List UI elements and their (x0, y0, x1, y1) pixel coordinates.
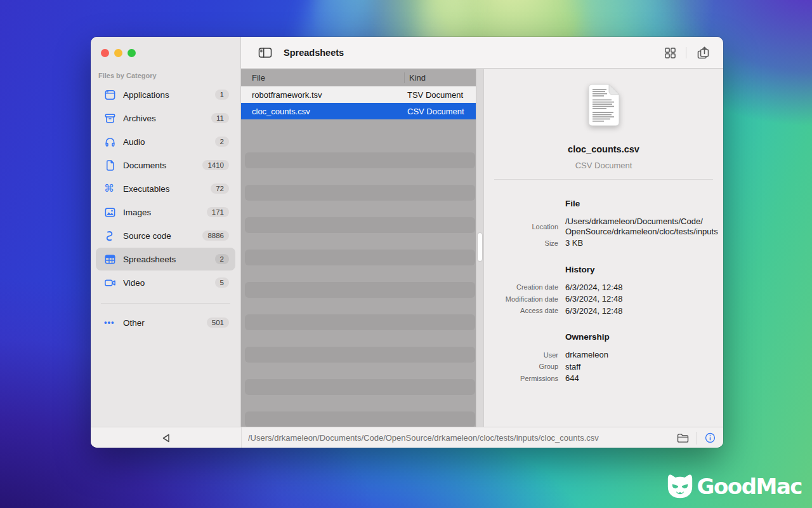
count-badge: 2 (215, 137, 229, 147)
file-kind-cell: TSV Document (407, 90, 463, 100)
csv-document-icon (586, 83, 622, 128)
sidebar-item-label: Source code (123, 231, 202, 241)
window-controls (91, 37, 240, 57)
sidebar-item-label: Executables (123, 184, 211, 194)
close-window-button[interactable] (101, 49, 109, 57)
sidebar-item-applications[interactable]: Applications 1 (96, 83, 235, 106)
sidebar-item-label: Other (123, 318, 207, 328)
detail-row-user: User drkameleon (494, 350, 713, 360)
sidebar-item-archives[interactable]: Archives 11 (96, 107, 235, 130)
status-bar-divider (697, 432, 697, 444)
file-list-header[interactable]: File Kind (241, 69, 483, 86)
empty-row (241, 265, 476, 282)
detail-label: Size (494, 239, 558, 247)
detail-value: 6/3/2024, 12:48 (565, 283, 622, 293)
column-header-file[interactable]: File (241, 73, 265, 83)
sidebar-item-label: Archives (123, 114, 211, 123)
details-divider (494, 179, 713, 180)
file-row-selected[interactable]: cloc_counts.csv CSV Document (241, 103, 476, 119)
count-badge: 1 (215, 90, 229, 100)
count-badge: 1410 (202, 160, 229, 170)
empty-row (241, 330, 476, 347)
sidebar-item-source-code[interactable]: Source code 8886 (96, 224, 235, 247)
detail-label: User (494, 351, 558, 359)
count-badge: 72 (211, 184, 229, 194)
sidebar-item-audio[interactable]: Audio 2 (96, 130, 235, 153)
empty-row (245, 217, 475, 234)
count-badge: 171 (207, 207, 229, 217)
file-name-cell: robotframework.tsv (241, 90, 322, 100)
sidebar-item-executables[interactable]: ⌘ Executables 72 (96, 177, 235, 200)
window-title: Spreadsheets (284, 48, 344, 58)
empty-row (241, 363, 476, 379)
detail-value: 644 (565, 373, 579, 384)
detail-label: Access date (494, 307, 558, 314)
selected-file-name: cloc_counts.csv (484, 144, 723, 154)
empty-row (241, 136, 476, 152)
selected-file-kind: CSV Document (484, 161, 723, 170)
detail-row-access-date: Access date 6/3/2024, 12:48 (494, 306, 713, 316)
sidebar-section-header: Files by Category (98, 72, 240, 79)
detail-value: staff (565, 362, 580, 372)
share-button[interactable] (695, 45, 710, 60)
sidebar-item-spreadsheets[interactable]: Spreadsheets 2 (96, 248, 235, 271)
info-button[interactable] (705, 432, 716, 443)
ellipsis-icon: ••• (104, 316, 118, 329)
sidebar-item-label: Applications (123, 90, 215, 100)
video-camera-icon (104, 276, 118, 289)
reveal-folder-button[interactable] (677, 433, 689, 443)
empty-row (245, 411, 475, 427)
sidebar-item-label: Spreadsheets (123, 255, 215, 264)
file-name-cell: cloc_counts.csv (241, 107, 310, 116)
file-list: File Kind robotframework.tsv TSV Documen… (241, 69, 483, 427)
empty-row (245, 250, 475, 266)
detail-row-creation-date: Creation date 6/3/2024, 12:48 (494, 283, 713, 293)
back-button[interactable] (157, 431, 174, 445)
empty-row (245, 347, 475, 363)
detail-value: /Users/drkameleon/Documents/Code/ OpenSo… (565, 217, 718, 236)
detail-label: Location (494, 223, 558, 231)
scrollbar-track[interactable] (476, 69, 483, 427)
document-icon (104, 159, 118, 171)
main-area: Spreadsheets File Kind robotframework.ts… (241, 37, 723, 427)
count-badge: 501 (207, 318, 229, 328)
section-heading-file: File (565, 199, 713, 208)
app-window: Files by Category Applications 1 Archive… (91, 37, 723, 448)
zoom-window-button[interactable] (128, 49, 136, 57)
command-icon: ⌘ (104, 182, 118, 195)
file-row[interactable]: robotframework.tsv TSV Document (241, 86, 476, 103)
title-bar: Spreadsheets (241, 37, 723, 69)
sidebar-item-documents[interactable]: Documents 1410 (96, 154, 235, 177)
count-badge: 5 (215, 277, 229, 288)
count-badge: 8886 (202, 231, 229, 241)
image-icon (104, 206, 118, 218)
empty-row (245, 152, 475, 169)
sidebar-item-images[interactable]: Images 171 (96, 201, 235, 224)
spreadsheet-icon (104, 253, 118, 265)
minimize-window-button[interactable] (114, 49, 122, 57)
app-window-icon (104, 88, 118, 101)
detail-row-modification-date: Modification date 6/3/2024, 12:48 (494, 294, 713, 304)
empty-row (241, 168, 476, 185)
file-path: /Users/drkameleon/Documents/Code/OpenSou… (248, 427, 599, 448)
sidebar: Files by Category Applications 1 Archive… (91, 37, 241, 427)
status-bar-divider (241, 427, 242, 448)
scrollbar-thumb[interactable] (478, 233, 482, 261)
column-divider[interactable] (404, 72, 405, 83)
detail-value: 6/3/2024, 12:48 (565, 294, 622, 304)
view-options-button[interactable] (664, 46, 677, 60)
sidebar-item-other[interactable]: ••• Other 501 (96, 311, 235, 334)
sidebar-item-video[interactable]: Video 5 (96, 271, 235, 294)
count-badge: 11 (211, 113, 229, 123)
sidebar-toggle-button[interactable] (258, 47, 272, 58)
section-heading-ownership: Ownership (565, 332, 713, 342)
empty-row (245, 379, 475, 396)
column-header-kind[interactable]: Kind (409, 73, 426, 83)
empty-row (245, 185, 475, 201)
empty-row (245, 282, 475, 298)
empty-row (241, 233, 476, 250)
sidebar-item-label: Audio (123, 137, 215, 147)
details-pane: cloc_counts.csv CSV Document File Locati… (483, 69, 723, 427)
sidebar-item-label: Video (123, 278, 215, 288)
empty-row (241, 298, 476, 314)
